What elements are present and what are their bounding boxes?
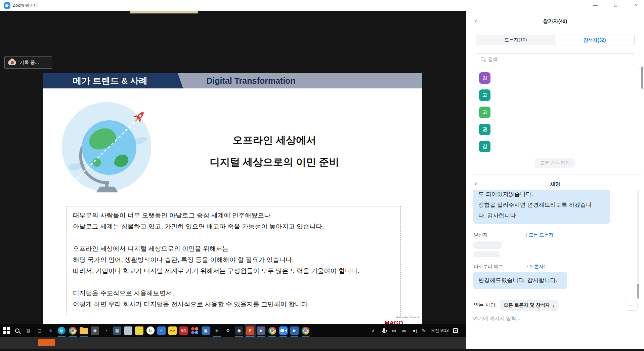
kakaotalk-icon: TALK	[168, 326, 177, 335]
sticky-notes-icon	[135, 326, 143, 335]
close-button[interactable]: ×	[629, 0, 644, 11]
slide-footer-caption: Actionable Content	[355, 316, 419, 319]
chat-message-text: 도 되어있지않습니다.	[478, 190, 605, 200]
slide-body-line: 따라서, 기업이나 학교가 디지털 세계로 가기 위해서는 구성원들이 모두 많…	[73, 265, 394, 276]
background-window-fragment	[38, 339, 55, 346]
store-button[interactable]: ▢	[34, 324, 45, 337]
slide-body-line: 디지털을 주도적으로 사용해보면서,	[73, 287, 394, 299]
search-button[interactable]	[12, 324, 23, 337]
video-editor-button[interactable]: ▶	[256, 324, 267, 337]
slide-body-line	[73, 276, 394, 287]
virtualbox-button[interactable]: ◈	[211, 324, 222, 337]
internet-explorer-button[interactable]: e	[45, 324, 56, 337]
clock-tray[interactable]: 오전 9:13	[429, 324, 450, 337]
chat-more-button[interactable]: ···	[625, 300, 638, 311]
slide-title-line1: 오프라인 세상에서	[164, 133, 385, 147]
chrome-app-icon	[268, 327, 276, 335]
wifi-tray-icon[interactable]: (((	[400, 324, 409, 337]
speaker-tray-icon[interactable]: ◄)	[410, 324, 419, 337]
chat-scrollbar-thumb[interactable]	[637, 284, 639, 299]
figma-button[interactable]	[189, 324, 200, 337]
participant-row[interactable]: 고	[479, 88, 634, 103]
globe-rocket-illustration	[58, 98, 155, 196]
participants-scrollbar-thumb[interactable]	[641, 67, 643, 89]
chat-bubble: 변경해드렸습니다. 감사합니다.	[473, 272, 567, 289]
settings-icon: ⚙	[224, 326, 232, 335]
calculator-button[interactable]: ▦	[112, 324, 123, 337]
participant-avatar: 권	[479, 124, 490, 135]
notes-app-icon	[124, 326, 132, 335]
edge-button[interactable]: e	[56, 324, 67, 337]
store-icon: ▢	[35, 326, 44, 335]
chrome-button[interactable]	[67, 324, 78, 337]
task-view-button[interactable]: ▤	[23, 324, 34, 337]
chat-recipient-link[interactable]: 모든 토론자:	[529, 232, 555, 237]
action-center-icon[interactable]	[451, 324, 460, 337]
pen-tray-icon[interactable]: ✎	[419, 324, 428, 337]
participant-row[interactable]: 고	[479, 105, 634, 120]
slide-body-line: 해당 국가의 언어, 생활방식이나 습관, 특징 등을 이해해야 할 필요가 있…	[73, 254, 394, 265]
maps-app-icon: ◉	[235, 326, 243, 335]
participant-avatar: 강	[479, 72, 490, 84]
tray-hidden-icons-button[interactable]: ∧	[369, 324, 378, 337]
chat-meta-separator: ·	[527, 264, 528, 269]
chat-scrollbar-track[interactable]	[637, 190, 639, 299]
recording-label: 기록 중...	[19, 60, 39, 66]
photos-app-button[interactable]: ▣	[200, 324, 211, 337]
zoom-app-button[interactable]	[278, 324, 289, 337]
sticky-notes-button[interactable]	[134, 324, 145, 337]
lower-all-hands-button[interactable]: 모든 손 내리기	[535, 158, 575, 168]
movies-tv-button[interactable]: ▶	[289, 324, 300, 337]
minimize-button[interactable]: —	[588, 0, 603, 11]
start-icon	[3, 327, 10, 334]
participant-row[interactable]: 김	[479, 139, 634, 154]
slide-body-line	[73, 232, 394, 243]
slide-header-right-title: Digital Transformation	[194, 73, 308, 88]
slide-body-line: 오프라인 세상에서 디지털 세상으로의 이민을 위해서는	[73, 243, 394, 254]
camera-app-icon: ◉	[91, 326, 99, 335]
maximize-button[interactable]: □	[608, 0, 624, 11]
video-editor-icon: ▶	[257, 326, 265, 335]
recipient-dropdown[interactable]: 모든 토론자 및 참석자 ∨	[500, 300, 559, 311]
participants-panel-title: 참가자(42)	[466, 18, 644, 25]
chrome-app-button[interactable]	[267, 324, 278, 337]
participant-row[interactable]: 강	[479, 71, 634, 85]
notes-app-button[interactable]	[123, 324, 134, 337]
chat-sender-fragment: ㅏ	[524, 232, 529, 237]
chart-app-button[interactable]: ✓	[156, 324, 167, 337]
chat-sender-label: 나로부터 에ㄱ	[474, 264, 503, 269]
chrome-profile-button[interactable]	[300, 324, 311, 337]
display-tray-icon[interactable]: ▭	[390, 324, 398, 337]
chat-message-text: 성함을 알려주시면 변경해드리도록 하겠습니	[478, 200, 605, 210]
app-64-button[interactable]: 64	[178, 324, 189, 337]
window-title: Zoom 웨비나	[13, 0, 38, 11]
chat-message-text: 변경해드렸습니다. 감사합니다.	[478, 275, 562, 286]
search-icon	[481, 57, 484, 61]
settings-button[interactable]: ⚙	[222, 324, 233, 337]
start-button[interactable]	[1, 324, 12, 337]
redacted-message-blob	[473, 241, 502, 249]
tab-attendees[interactable]: 참석자(32)	[555, 35, 635, 45]
redacted-message-blob	[473, 251, 500, 257]
powerpoint-button[interactable]: P	[245, 324, 256, 337]
camera-app-button[interactable]: ◉	[89, 324, 100, 337]
chat-message-text: 다. 감사합니다	[478, 210, 605, 221]
alarm-app-button[interactable]: ◔	[100, 324, 112, 337]
participant-row[interactable]: 권	[479, 122, 634, 137]
slide-body-line: 어떻게 하면 우리 회사가 디지털을 전사적으로 사용할 수 있을지를 고민해야…	[73, 299, 394, 310]
chat-message-input[interactable]	[473, 313, 614, 323]
chevron-down-icon: ∨	[552, 304, 555, 307]
chat-recipient-link[interactable]: 토론자:	[529, 264, 545, 269]
kakaotalk-button[interactable]: TALK	[167, 324, 178, 337]
maps-app-button[interactable]: ◉	[233, 324, 245, 337]
microphone-tray-icon[interactable]	[380, 324, 388, 337]
band-app-button[interactable]: b	[145, 324, 156, 337]
tab-panelists[interactable]: 토론자(10)	[476, 35, 555, 45]
zoom-app-icon	[279, 326, 288, 335]
task-view-icon: ▤	[24, 326, 33, 335]
compose-to-label: 받는 사람:	[474, 302, 497, 308]
participant-search	[476, 53, 634, 65]
slide-header-left-title: 메가 트렌드 & 사례	[43, 73, 178, 88]
participant-search-input[interactable]	[488, 54, 629, 65]
file-explorer-button[interactable]	[78, 324, 89, 337]
